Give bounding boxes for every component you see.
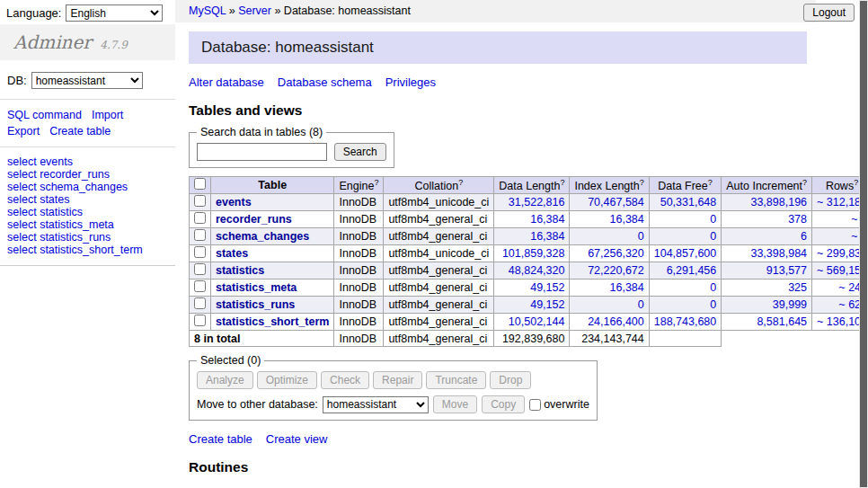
- selected-fieldset: Selected (0) AnalyzeOptimizeCheckRepairT…: [189, 354, 598, 421]
- row-checkbox[interactable]: [194, 246, 206, 258]
- db-select[interactable]: homeassistant: [31, 72, 143, 89]
- collation-cell: utf8mb4_general_ci: [384, 297, 494, 314]
- help-sup: ?: [560, 178, 564, 187]
- column-header-auto-increment[interactable]: Auto Increment?: [722, 177, 812, 194]
- column-header-data-length[interactable]: Data Length?: [494, 177, 570, 194]
- app-title: Adminer 4.7.9: [0, 24, 175, 60]
- tables-overview-table: TableEngine?Collation?Data Length?Index …: [189, 176, 868, 347]
- routines-heading: Routines: [189, 459, 807, 475]
- row-checkbox[interactable]: [194, 297, 206, 309]
- column-header-data-free[interactable]: Data Free?: [649, 177, 722, 194]
- breadcrumb-mysql[interactable]: MySQL: [189, 4, 226, 17]
- auto-increment-cell: 913,577: [722, 262, 812, 279]
- drop-button[interactable]: Drop: [490, 371, 531, 389]
- help-sup: ?: [802, 178, 807, 187]
- sidebar-action-export[interactable]: Export: [7, 125, 40, 138]
- search-input[interactable]: [197, 143, 327, 161]
- index-length-total-cell: 234,143,744: [570, 331, 649, 347]
- sidebar-select-statistics-short-term[interactable]: select statistics_short_term: [7, 244, 168, 256]
- row-checkbox[interactable]: [194, 229, 206, 241]
- sidebar-select-statistics-meta[interactable]: select statistics_meta: [7, 218, 168, 231]
- index-length-cell: 16,384: [570, 279, 649, 297]
- logout-button[interactable]: Logout: [803, 4, 855, 22]
- data-free-total-cell: [649, 331, 722, 347]
- auto-increment-cell: 39,999: [722, 297, 812, 314]
- table-link-statistics[interactable]: statistics: [216, 264, 264, 277]
- table-row-events: eventsInnoDButf8mb4_unicode_ci31,522,816…: [190, 194, 868, 211]
- table-link-recorder-runs[interactable]: recorder_runs: [216, 213, 292, 226]
- scrollbar-thumb[interactable]: [860, 1, 867, 487]
- total-label: 8 in total: [190, 331, 334, 347]
- engine-cell: InnoDB: [334, 262, 384, 279]
- search-legend: Search data in tables (8): [197, 126, 326, 138]
- data-length-cell: 10,502,144: [494, 314, 570, 331]
- analyze-button[interactable]: Analyze: [197, 371, 253, 389]
- check-button[interactable]: Check: [321, 371, 369, 389]
- column-header-index-length[interactable]: Index Length?: [570, 177, 649, 194]
- table-link-states[interactable]: states: [216, 247, 248, 260]
- vertical-scrollbar[interactable]: [859, 0, 868, 488]
- data-length-cell: 48,824,320: [494, 262, 570, 279]
- row-checkbox[interactable]: [194, 280, 206, 292]
- auto-increment-cell: 378: [722, 211, 812, 228]
- help-sup: ?: [458, 178, 463, 187]
- auto-increment-cell: 6: [722, 228, 812, 245]
- row-checkbox[interactable]: [194, 315, 206, 326]
- engine-cell: InnoDB: [334, 279, 384, 297]
- overwrite-label: overwrite: [544, 398, 589, 411]
- optimize-button[interactable]: Optimize: [257, 371, 317, 389]
- adminer-page: Language: English MySQL » Server » Datab…: [0, 0, 868, 488]
- sidebar-action-create-table[interactable]: Create table: [49, 125, 111, 138]
- auto-increment-cell: 33,398,984: [722, 245, 812, 262]
- truncate-button[interactable]: Truncate: [426, 371, 486, 389]
- app-name: Adminer: [13, 31, 92, 53]
- sidebar-action-import[interactable]: Import: [92, 109, 123, 121]
- link-create-table[interactable]: Create table: [189, 432, 252, 446]
- copy-button[interactable]: Copy: [482, 395, 525, 413]
- table-link-schema-changes[interactable]: schema_changes: [216, 230, 309, 243]
- table-link-events[interactable]: events: [216, 196, 252, 209]
- row-checkbox[interactable]: [194, 195, 206, 207]
- column-header-collation[interactable]: Collation?: [384, 177, 494, 194]
- move-button[interactable]: Move: [433, 395, 477, 413]
- sidebar-select-statistics-runs[interactable]: select statistics_runs: [7, 231, 168, 244]
- table-row-statistics: statisticsInnoDButf8mb4_general_ci48,824…: [190, 262, 868, 279]
- table-row-statistics-meta: statistics_metaInnoDButf8mb4_general_ci4…: [190, 279, 868, 297]
- table-link-statistics-short-term[interactable]: statistics_short_term: [216, 315, 329, 328]
- search-button[interactable]: Search: [334, 143, 386, 161]
- database-links: Alter databaseDatabase schemaPrivileges: [189, 75, 807, 89]
- sidebar-select-recorder-runs[interactable]: select recorder_runs: [7, 168, 168, 181]
- collation-cell: utf8mb4_general_ci: [384, 228, 494, 245]
- column-header-table[interactable]: Table: [211, 177, 334, 194]
- data-length-cell: 49,152: [494, 297, 570, 314]
- link-alter-database[interactable]: Alter database: [189, 75, 264, 89]
- overwrite-checkbox[interactable]: [529, 399, 541, 411]
- table-row-recorder-runs: recorder_runsInnoDButf8mb4_general_ci16,…: [190, 211, 868, 228]
- row-checkbox[interactable]: [194, 263, 206, 275]
- empty-trailing-cell: [722, 331, 868, 347]
- select-all-checkbox[interactable]: [194, 178, 206, 190]
- table-link-statistics-meta[interactable]: statistics_meta: [216, 281, 297, 294]
- move-label: Move to other database:: [197, 398, 318, 411]
- language-select[interactable]: English: [66, 4, 163, 22]
- table-link-statistics-runs[interactable]: statistics_runs: [216, 298, 295, 311]
- table-row-states: statesInnoDButf8mb4_unicode_ci101,859,32…: [190, 245, 868, 262]
- table-row-schema-changes: schema_changesInnoDButf8mb4_general_ci16…: [190, 228, 868, 245]
- move-db-select[interactable]: homeassistant: [323, 396, 429, 413]
- sidebar-select-statistics[interactable]: select statistics: [7, 206, 168, 218]
- sidebar-select-events[interactable]: select events: [7, 155, 168, 168]
- column-header-engine[interactable]: Engine?: [334, 177, 384, 194]
- link-privileges[interactable]: Privileges: [385, 75, 436, 89]
- sidebar-select-schema-changes[interactable]: select schema_changes: [7, 181, 168, 193]
- sidebar-action-sql-command[interactable]: SQL command: [7, 109, 82, 121]
- breadcrumb-separator: »: [271, 4, 284, 17]
- help-sup: ?: [708, 178, 713, 187]
- db-selector-row: DB: homeassistant: [0, 60, 175, 100]
- row-checkbox[interactable]: [194, 212, 206, 224]
- link-database-schema[interactable]: Database schema: [278, 75, 372, 89]
- breadcrumb-server[interactable]: Server: [238, 4, 271, 17]
- sidebar-select-states[interactable]: select states: [7, 193, 168, 206]
- link-create-view[interactable]: Create view: [266, 432, 328, 446]
- repair-button[interactable]: Repair: [373, 371, 422, 389]
- data-free-cell: 0: [649, 279, 722, 297]
